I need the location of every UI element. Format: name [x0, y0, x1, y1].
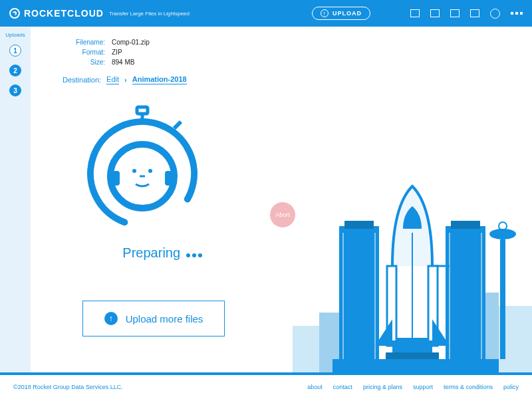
format-value: ZIP	[112, 49, 122, 56]
account-icon[interactable]	[490, 9, 500, 19]
upload-more-label: Upload more files	[126, 313, 203, 325]
footer-link-about[interactable]: about	[307, 384, 323, 390]
filename-value: Comp-01.zip	[112, 39, 150, 46]
svg-rect-15	[446, 226, 485, 366]
folder-icon[interactable]	[470, 9, 479, 17]
upload-button[interactable]: ↑ UPLOAD	[312, 7, 370, 20]
upload-icon: ↑	[321, 9, 329, 17]
upload-label: UPLOAD	[332, 10, 362, 17]
preparing-graphic: Preparing Abort	[76, 104, 249, 261]
sidebar: Uploads 1 2 3	[0, 27, 31, 372]
svg-rect-17	[451, 221, 480, 229]
destination: Destination: Edit › Animation-2018	[63, 75, 532, 84]
svg-rect-0	[137, 107, 148, 114]
svg-rect-32	[332, 359, 499, 372]
svg-point-6	[132, 169, 136, 173]
footer-link-policy[interactable]: policy	[503, 384, 519, 390]
image-icon[interactable]	[450, 9, 460, 17]
upload-steps: 1 2 3	[9, 45, 21, 96]
svg-rect-22	[500, 239, 505, 359]
filename-label: Filename:	[63, 39, 105, 46]
svg-point-7	[148, 169, 152, 173]
abort-button[interactable]: Abort	[270, 202, 295, 227]
footer-link-contact[interactable]: contact	[333, 384, 352, 390]
step-2[interactable]: 2	[9, 65, 21, 76]
sidebar-title: Uploads	[5, 32, 25, 38]
svg-rect-30	[392, 340, 432, 352]
size-value: 894 MB	[112, 59, 134, 66]
logo-icon	[9, 8, 20, 19]
svg-rect-14	[339, 226, 379, 366]
body: Uploads 1 2 3 Filename:Comp-01.zip Forma…	[0, 27, 532, 372]
format-label: Format:	[63, 49, 105, 56]
svg-rect-16	[344, 221, 374, 229]
step-3[interactable]: 3	[9, 84, 21, 96]
upload-more-icon: ↑	[104, 312, 118, 325]
tagline: Transfer Large Files in Lightspeed	[109, 11, 190, 17]
svg-rect-9	[165, 171, 172, 186]
stopwatch-astronaut-icon	[76, 104, 209, 237]
copyright: ©2018 Rocket Group Data Services LLC.	[13, 384, 123, 390]
file-meta: Filename:Comp-01.zip Format:ZIP Size:894…	[63, 39, 532, 66]
chevron-right-icon: ›	[124, 76, 127, 84]
main: Filename:Comp-01.zip Format:ZIP Size:894…	[31, 27, 532, 372]
header-icons	[410, 9, 523, 19]
destination-label: Destination:	[63, 76, 101, 84]
logo[interactable]: ROCKETCLOUD	[9, 8, 104, 19]
camera-icon[interactable]	[430, 9, 440, 17]
svg-rect-8	[113, 171, 120, 186]
size-label: Size:	[63, 59, 105, 66]
step-1[interactable]: 1	[9, 45, 21, 57]
header: ROCKETCLOUD Transfer Large Files in Ligh…	[0, 0, 532, 27]
footer-links: about contact pricing & plans support te…	[307, 384, 519, 390]
footer: ©2018 Rocket Group Data Services LLC. ab…	[0, 372, 532, 399]
status-text: Preparing	[76, 245, 249, 261]
upload-more-button[interactable]: ↑ Upload more files	[82, 301, 225, 336]
window-icon[interactable]	[410, 9, 420, 17]
loading-dots-icon	[184, 245, 202, 260]
svg-line-2	[174, 122, 181, 128]
launchpad-illustration	[293, 160, 532, 372]
brand-name: ROCKETCLOUD	[24, 8, 104, 19]
edit-destination-link[interactable]: Edit	[106, 75, 119, 84]
footer-link-support[interactable]: support	[413, 384, 433, 390]
footer-link-terms[interactable]: terms & conditions	[444, 384, 493, 390]
footer-link-pricing[interactable]: pricing & plans	[363, 384, 402, 390]
destination-folder[interactable]: Animation-2018	[132, 75, 187, 84]
menu-icon[interactable]	[511, 12, 523, 15]
